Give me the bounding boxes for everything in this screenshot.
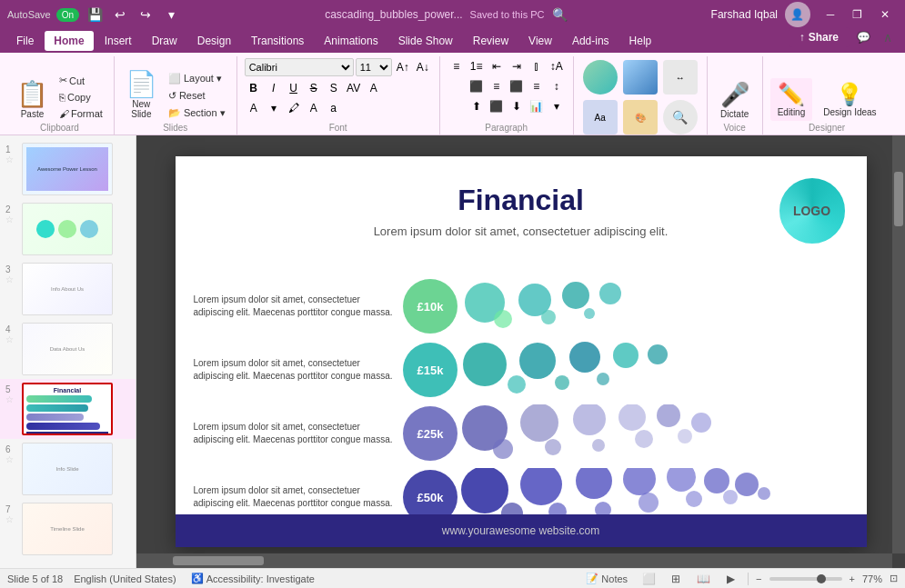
normal-view-button[interactable]: ⬜ [639,572,659,586]
strikethrough-button[interactable]: S [305,80,323,96]
shape-square-button[interactable] [623,60,658,95]
menu-home[interactable]: Home [45,31,93,51]
slide-item-3[interactable]: 3 ☆ Info About Us [0,259,136,319]
slide-thumb-3[interactable]: Info About Us [22,263,113,315]
canvas-area[interactable]: LOGO Financial Lorem ipsum dolor sit ame… [136,135,905,568]
more-tools-icon[interactable]: ▾ [161,5,181,25]
zoom-slider[interactable] [769,577,842,581]
align-right[interactable]: ⬛ [508,78,526,95]
scroll-thumb-v[interactable] [894,172,903,226]
fit-slide-button[interactable]: ⊡ [890,573,898,584]
font-color-arrow[interactable]: ▾ [265,100,283,116]
notes-button[interactable]: 📝 Notes [582,572,631,585]
font-size-select[interactable]: 11 [356,58,392,76]
zoom-plus-icon[interactable]: + [850,573,855,584]
numbering-button[interactable]: 1≡ [468,58,486,75]
align-center[interactable]: ≡ [488,78,506,95]
search-shape-button[interactable]: 🔍 [663,100,698,135]
slideshow-view-button[interactable]: ▶ [720,572,740,586]
shadow-button[interactable]: S [325,80,343,96]
user-avatar[interactable]: 👤 [785,2,810,27]
new-slide-button[interactable]: 📄 NewSlide [122,70,161,121]
paste-button[interactable]: 📋 Paste [13,80,52,121]
search-icon[interactable]: 🔍 [552,7,568,22]
text-highlight-button[interactable]: 🖍 [285,100,303,116]
menu-insert[interactable]: Insert [96,31,141,51]
align-top[interactable]: ⬆ [468,98,486,115]
undo-icon[interactable]: ↩ [110,5,130,25]
align-middle[interactable]: ⬛ [488,98,506,115]
menu-view[interactable]: View [519,31,561,51]
slide-thumb-4[interactable]: Data About Us [22,323,113,375]
convert-to-smartart[interactable]: ▾ [548,98,566,115]
accessibility-button[interactable]: ♿ Accessibility: Investigate [187,572,318,585]
menu-help[interactable]: Help [620,31,661,51]
design-ideas-button[interactable]: 💡 Design Ideas [816,78,883,121]
save-icon[interactable]: 💾 [85,5,105,25]
slide-thumb-5[interactable]: Financial www.yourawesome... [22,383,113,435]
layout-button[interactable]: ⬜ Layout ▾ [165,71,229,86]
bold-button[interactable]: B [245,80,263,96]
smartart-button[interactable]: 📊 [528,98,546,115]
clear-format-button[interactable]: A [365,80,383,96]
slide-thumb-2[interactable] [22,203,113,255]
menu-review[interactable]: Review [464,31,518,51]
font-name-select[interactable]: Calibri [245,58,354,76]
slide-item-2[interactable]: 2 ☆ [0,199,136,259]
text-direction[interactable]: ↕A [548,58,566,75]
align-left[interactable]: ⬛ [468,78,486,95]
increase-font-button[interactable]: A↑ [394,59,412,75]
cut-button[interactable]: ✂Cut [55,73,106,88]
redo-icon[interactable]: ↪ [136,5,156,25]
font-size-up2[interactable]: A [305,100,323,116]
menu-addins[interactable]: Add-ins [563,31,618,51]
share-button[interactable]: ↑ Share [789,27,850,47]
editing-button[interactable]: ✏️ Editing [770,78,813,121]
underline-button[interactable]: U [285,80,303,96]
slide-thumb-6[interactable]: Info Slide [22,443,113,495]
restore-button[interactable]: ❐ [845,5,870,25]
line-spacing[interactable]: ↕ [548,78,566,95]
slide-item-4[interactable]: 4 ☆ Data About Us [0,319,136,379]
italic-button[interactable]: I [265,80,283,96]
shape-circle-button[interactable] [583,60,618,95]
slide-item-6[interactable]: 6 ☆ Info Slide [0,439,136,499]
slide-thumb-7[interactable]: Timeline Slide [22,503,113,555]
increase-indent[interactable]: ⇥ [508,58,526,75]
menu-slideshow[interactable]: Slide Show [389,31,462,51]
close-button[interactable]: ✕ [872,5,898,25]
reset-button[interactable]: ↺ Reset [165,88,229,104]
quick-styles-button[interactable]: Aa [583,100,618,135]
arrange-button[interactable]: ↔ [663,60,698,95]
align-bottom[interactable]: ⬇ [508,98,526,115]
comments-button[interactable]: 💬 [857,31,870,44]
decrease-font-button[interactable]: A↓ [414,59,432,75]
menu-file[interactable]: File [7,31,43,51]
copy-button[interactable]: ⎘Copy [55,90,106,105]
menu-animations[interactable]: Animations [315,31,387,51]
columns-button[interactable]: ⫿ [528,58,546,75]
zoom-minus-icon[interactable]: − [756,573,761,584]
menu-transitions[interactable]: Transitions [242,31,313,51]
slide-item-1[interactable]: 1 ☆ Awesome Power Lesson [0,139,136,199]
canvas-scrollbar-h[interactable] [136,553,892,568]
slide-thumb-1[interactable]: Awesome Power Lesson [22,143,113,195]
slide-item-7[interactable]: 7 ☆ Timeline Slide [0,499,136,559]
bullets-button[interactable]: ≡ [447,58,466,75]
reading-view-button[interactable]: 📖 [693,572,713,586]
char-spacing-button[interactable]: AV [345,80,363,96]
slide-item-5[interactable]: 5 ☆ Financial www.yourawesome... [0,379,136,439]
slide-sorter-button[interactable]: ⊞ [666,572,686,586]
fill-button[interactable]: 🎨 [623,100,658,135]
font-color-button[interactable]: A [245,100,263,116]
dictate-button[interactable]: 🎤 Dictate [715,79,755,121]
section-button[interactable]: 📂 Section ▾ [165,105,229,121]
collapse-ribbon-button[interactable]: ∧ [878,28,898,46]
format-painter-button[interactable]: 🖌Format [55,106,106,121]
menu-design[interactable]: Design [188,31,240,51]
decrease-indent[interactable]: ⇤ [488,58,506,75]
minimize-button[interactable]: ─ [818,5,843,25]
autosave-toggle[interactable]: On [56,8,79,22]
menu-draw[interactable]: Draw [143,31,186,51]
justify[interactable]: ≡ [528,78,546,95]
